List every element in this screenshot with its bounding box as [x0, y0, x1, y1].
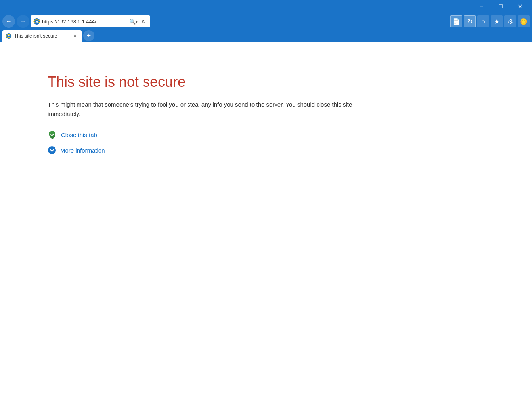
forward-button[interactable]: →	[17, 15, 29, 28]
address-bar-container: e 🔍 ▾ ↻	[31, 15, 150, 27]
more-info-link[interactable]: More information	[60, 147, 105, 154]
page-title: This site is not secure	[48, 74, 381, 90]
tab-title: This site isn't secure	[14, 33, 69, 39]
close-tab-action[interactable]: Close this tab	[48, 130, 381, 139]
refresh-icon: ↻	[142, 19, 146, 25]
favorites-icon: ★	[494, 18, 499, 25]
toolbar-row: ← → e 🔍 ▾ ↻	[0, 13, 532, 30]
maximize-button[interactable]: □	[492, 0, 510, 13]
browser-right-buttons: 📄 ↻ ⌂ ★ ⚙ 😊	[450, 15, 530, 27]
more-info-action[interactable]: More information	[48, 146, 381, 155]
home-icon: ⌂	[481, 18, 485, 25]
browser-chrome: ← → e 🔍 ▾ ↻	[0, 13, 532, 42]
refresh-button[interactable]: ↻	[140, 18, 147, 25]
new-tab-add-button[interactable]: +	[83, 30, 94, 41]
emoji-button[interactable]: 😊	[518, 15, 530, 27]
tab-favicon: e	[6, 33, 12, 39]
info-chevron-icon	[48, 146, 56, 155]
page-description: This might mean that someone's trying to…	[48, 100, 381, 119]
search-dropdown-button[interactable]: 🔍 ▾	[128, 18, 139, 25]
search-dropdown-icon: 🔍	[129, 19, 136, 25]
title-bar: − □ ✕	[0, 0, 532, 13]
content-area: This site is not secure This might mean …	[0, 42, 532, 414]
favorites-button[interactable]: ★	[491, 15, 503, 27]
settings-icon: ⚙	[507, 18, 513, 25]
shield-check-icon	[48, 130, 57, 139]
back-button[interactable]: ←	[2, 15, 15, 28]
window-close-button[interactable]: ✕	[511, 0, 529, 13]
back-icon: ←	[6, 18, 12, 25]
emoji-icon: 😊	[520, 18, 528, 25]
ie-favicon: e	[33, 18, 40, 25]
spinning-tab-button[interactable]: ↻	[464, 15, 476, 27]
forward-icon: →	[20, 18, 26, 25]
active-tab[interactable]: e This site isn't secure ×	[2, 30, 82, 42]
tab-close-button[interactable]: ×	[71, 32, 78, 40]
page-icon: 📄	[452, 18, 460, 25]
address-input[interactable]	[42, 19, 126, 25]
error-page: This site is not secure This might mean …	[48, 74, 381, 161]
address-bar-actions: 🔍 ▾ ↻	[128, 18, 147, 25]
dropdown-arrow-icon: ▾	[136, 19, 138, 24]
home-button[interactable]: ⌂	[477, 15, 489, 27]
new-tab-button[interactable]: 📄	[450, 15, 462, 27]
settings-button[interactable]: ⚙	[504, 15, 516, 27]
loading-icon: ↻	[467, 18, 473, 25]
minimize-button[interactable]: −	[473, 0, 491, 13]
svg-point-6	[48, 146, 56, 154]
close-tab-link[interactable]: Close this tab	[61, 132, 97, 138]
tab-bar: e This site isn't secure × +	[0, 30, 532, 42]
window-controls: − □ ✕	[473, 0, 529, 13]
